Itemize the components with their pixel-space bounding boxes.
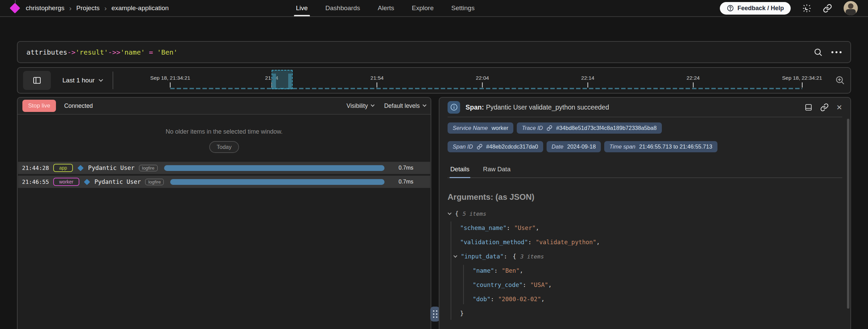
timeline-tick: 22:24 (687, 75, 700, 88)
span-detail-panel: Span:Pydantic User validate_python succe… (439, 97, 851, 329)
badge-value: 21:46:55.713 to 21:46:55.713 (639, 143, 712, 150)
json-comma: , (519, 267, 523, 274)
tab-explore[interactable]: Explore (412, 0, 434, 16)
arguments-heading: Arguments: (as JSON) (448, 192, 842, 202)
log-row[interactable]: 21:46:55 worker Pydantic User logfire 0.… (18, 176, 430, 188)
copy-link-button[interactable] (820, 103, 829, 112)
breadcrumb-project[interactable]: example-application (112, 4, 169, 12)
magnifier-plus-icon (835, 75, 845, 85)
visibility-dropdown[interactable]: Visibility (347, 102, 374, 110)
log-message: Pydantic User (88, 164, 135, 171)
logfire-logo[interactable] (10, 0, 20, 17)
timeline-baseline (170, 88, 802, 89)
json-colon: : (523, 282, 527, 288)
share-link-button[interactable] (823, 4, 832, 13)
query-input[interactable]: attributes->'result'->>'name' = 'Ben' (17, 41, 851, 63)
tab-dashboards[interactable]: Dashboards (326, 0, 360, 16)
time-range-dropdown[interactable]: Last 1 hour (62, 77, 102, 84)
breadcrumb-projects[interactable]: Projects (76, 4, 100, 12)
badge-value: worker (492, 125, 509, 131)
service-tag[interactable]: app (53, 164, 73, 172)
link-icon[interactable] (547, 125, 552, 131)
json-brace: } (460, 310, 464, 317)
arguments-heading-label: Arguments: (448, 192, 493, 201)
stop-live-button[interactable]: Stop live (22, 100, 56, 112)
user-avatar[interactable] (844, 1, 858, 15)
timeline-tick: Sep 18, 22:34:21 (782, 75, 822, 88)
tab-live[interactable]: Live (296, 0, 308, 16)
search-icon[interactable] (813, 47, 823, 57)
tab-details[interactable]: Details (450, 162, 470, 177)
span-diamond-icon (84, 179, 90, 185)
json-colon: : (491, 296, 494, 303)
timeline-tick: 21:54 (371, 75, 384, 88)
chain-link-icon (820, 103, 829, 112)
span-title-text: Pydantic User validate_python succeeded (486, 103, 609, 111)
event-bar (273, 74, 276, 89)
time-selection-window[interactable] (272, 70, 292, 89)
zoom-in-button[interactable] (835, 75, 845, 86)
badge-value: #34bd8e51d73c3f4c8a189b72338a5ba8 (556, 125, 656, 131)
chain-link-icon (823, 4, 832, 13)
query-token: 'result' (76, 48, 108, 56)
sidebar-toggle-icon (32, 76, 42, 85)
timeline[interactable]: Sep 18, 21:34:21 21:44 21:54 22:04 22:14… (113, 68, 830, 93)
query-token: -> (67, 48, 75, 56)
duration-bar[interactable] (164, 165, 384, 171)
theme-toggle-button[interactable] (802, 4, 811, 13)
feedback-help-button[interactable]: Feedback / Help (720, 2, 791, 15)
service-tag[interactable]: worker (53, 178, 79, 186)
log-row[interactable]: 21:44:28 app Pydantic User logfire 0.7ms (18, 162, 430, 174)
duration-bar[interactable] (170, 179, 384, 185)
split-panel-button[interactable] (804, 103, 813, 112)
json-comma: , (536, 225, 539, 231)
breadcrumb-org[interactable]: christophergs (26, 4, 64, 12)
tick-label: Sep 18, 21:34:21 (150, 75, 190, 81)
indent-guide (463, 265, 464, 304)
span-id-badge[interactable]: Span ID #48eb2cdcdc317da0 (448, 141, 543, 152)
query-token: attributes (26, 48, 67, 56)
collapse-chevron-icon[interactable] (448, 211, 451, 215)
drag-handle-icon[interactable] (430, 307, 440, 322)
chevron-down-icon (99, 77, 103, 82)
json-key: "country_code" (473, 282, 523, 288)
scope-badge: logfire (139, 165, 158, 171)
panel-splitter[interactable] (431, 97, 439, 329)
json-comma: , (541, 296, 545, 303)
tab-settings[interactable]: Settings (451, 0, 475, 16)
logo-diamond-icon (9, 3, 20, 13)
today-button[interactable]: Today (209, 141, 239, 153)
span-diamond-icon (77, 165, 83, 171)
tab-raw-data[interactable]: Raw Data (482, 162, 511, 177)
tab-alerts[interactable]: Alerts (378, 0, 394, 16)
duration-value: 0.7ms (392, 179, 413, 185)
timeline-tick: 22:14 (581, 75, 594, 88)
timeline-tick: 22:04 (476, 75, 489, 88)
scrollbar-thumb[interactable] (847, 119, 849, 309)
json-value: "2000-02-02" (498, 296, 541, 303)
info-circle-icon (448, 101, 460, 114)
close-panel-button[interactable]: ✕ (836, 104, 842, 111)
tick-label: 22:24 (687, 75, 700, 81)
more-options-icon[interactable] (831, 51, 842, 53)
log-timestamp: 21:46:55 (22, 179, 49, 185)
log-rows: 21:44:28 app Pydantic User logfire 0.7ms… (18, 162, 431, 188)
json-brace: { (513, 253, 516, 260)
tick-mark (377, 82, 377, 88)
json-comma: , (596, 239, 600, 246)
link-icon[interactable] (477, 144, 482, 150)
nav-right: Feedback / Help (720, 1, 858, 15)
json-key: "dob" (473, 296, 491, 303)
span-title-label: Span: (466, 103, 484, 111)
sidebar-toggle-button[interactable] (23, 71, 51, 90)
json-comma: , (548, 282, 552, 288)
default-levels-dropdown[interactable]: Default levels (384, 102, 426, 110)
log-message: Pydantic User (95, 178, 141, 185)
indent-guide (451, 221, 451, 320)
sun-moon-icon (802, 4, 811, 13)
default-levels-label: Default levels (384, 102, 420, 110)
collapse-chevron-icon[interactable] (453, 254, 457, 257)
tick-mark (693, 82, 693, 88)
tick-label: 21:54 (371, 75, 384, 81)
trace-id-badge[interactable]: Trace ID #34bd8e51d73c3f4c8a189b72338a5b… (517, 122, 662, 134)
